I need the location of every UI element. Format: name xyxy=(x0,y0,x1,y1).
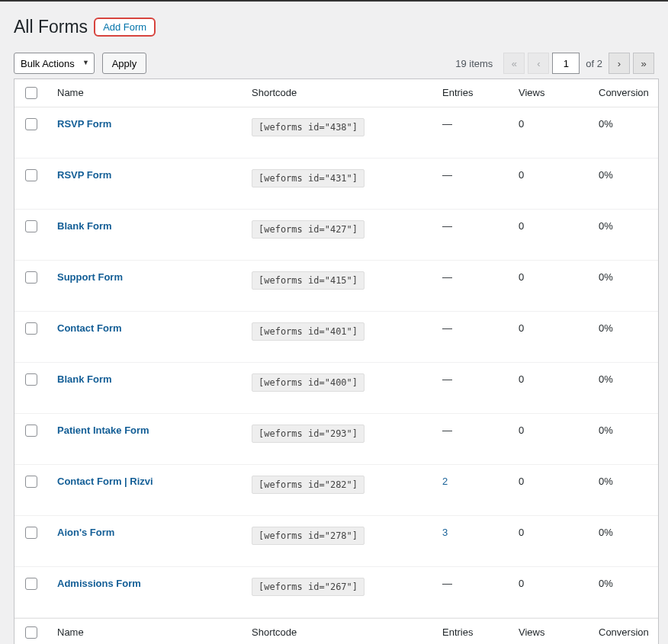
column-header-shortcode: Shortcode xyxy=(242,79,433,107)
forms-table: Name Shortcode Entries Views Conversion … xyxy=(14,78,659,644)
form-name-link[interactable]: Contact Form | Rizvi xyxy=(57,476,153,487)
shortcode-value[interactable]: [weforms id="431"] xyxy=(252,169,365,187)
form-name-link[interactable]: Aion's Form xyxy=(57,527,114,538)
bulk-actions-group: Bulk Actions Apply xyxy=(14,53,146,74)
select-all-checkbox-bottom[interactable] xyxy=(25,626,37,639)
form-name-link[interactable]: Patient Intake Form xyxy=(57,425,149,436)
row-checkbox[interactable] xyxy=(25,271,37,284)
row-checkbox[interactable] xyxy=(25,169,37,181)
form-name-link[interactable]: Contact Form xyxy=(57,322,122,334)
table-row: Aion's Form[weforms id="278"]300% xyxy=(14,516,658,567)
entries-value: — xyxy=(442,118,452,130)
column-footer-views: Views xyxy=(509,618,589,644)
views-value: 0 xyxy=(519,425,524,436)
page-title: All Forms xyxy=(14,17,88,37)
views-value: 0 xyxy=(519,220,524,232)
row-checkbox[interactable] xyxy=(25,220,37,232)
conversion-value: 0% xyxy=(599,322,613,334)
row-checkbox[interactable] xyxy=(25,118,37,130)
shortcode-value[interactable]: [weforms id="278"] xyxy=(252,527,365,545)
row-checkbox[interactable] xyxy=(25,425,37,437)
row-checkbox[interactable] xyxy=(25,527,37,539)
views-value: 0 xyxy=(519,527,524,538)
table-header-row: Name Shortcode Entries Views Conversion xyxy=(14,79,658,107)
table-row: Support Form[weforms id="415"]—00% xyxy=(14,261,658,312)
last-page-button[interactable]: » xyxy=(633,53,654,74)
column-footer-shortcode: Shortcode xyxy=(242,618,433,644)
entries-link[interactable]: 3 xyxy=(442,527,448,538)
shortcode-value[interactable]: [weforms id="401"] xyxy=(252,322,365,341)
row-checkbox[interactable] xyxy=(25,578,37,590)
row-checkbox[interactable] xyxy=(25,476,37,488)
prev-page-button[interactable]: ‹ xyxy=(528,53,549,74)
table-row: Contact Form[weforms id="401"]—00% xyxy=(14,312,658,363)
views-value: 0 xyxy=(519,169,524,181)
conversion-value: 0% xyxy=(599,476,613,487)
table-row: Blank Form[weforms id="400"]—00% xyxy=(14,363,658,414)
views-value: 0 xyxy=(519,373,524,385)
conversion-value: 0% xyxy=(599,220,613,232)
row-checkbox[interactable] xyxy=(25,322,37,335)
entries-link[interactable]: 2 xyxy=(442,476,448,487)
column-header-views: Views xyxy=(509,79,589,107)
form-name-link[interactable]: RSVP Form xyxy=(57,169,111,181)
table-row: RSVP Form[weforms id="431"]—00% xyxy=(14,159,658,210)
shortcode-value[interactable]: [weforms id="293"] xyxy=(252,425,365,443)
conversion-value: 0% xyxy=(599,578,613,589)
shortcode-value[interactable]: [weforms id="282"] xyxy=(252,476,365,494)
form-name-link[interactable]: Blank Form xyxy=(57,373,112,385)
add-form-button[interactable]: Add Form xyxy=(94,18,156,37)
entries-value: — xyxy=(442,322,452,334)
bulk-actions-select[interactable]: Bulk Actions xyxy=(14,53,95,74)
row-checkbox[interactable] xyxy=(25,373,37,386)
shortcode-value[interactable]: [weforms id="267"] xyxy=(252,578,365,596)
tablenav-top: Bulk Actions Apply 19 items « ‹ of 2 › » xyxy=(14,48,654,78)
bulk-apply-button[interactable]: Apply xyxy=(102,53,147,74)
select-all-checkbox[interactable] xyxy=(25,87,37,99)
table-row: Blank Form[weforms id="427"]—00% xyxy=(14,210,658,261)
views-value: 0 xyxy=(519,476,524,487)
shortcode-value[interactable]: [weforms id="400"] xyxy=(252,373,365,392)
next-page-button[interactable]: › xyxy=(609,53,630,74)
conversion-value: 0% xyxy=(599,118,613,130)
views-value: 0 xyxy=(519,322,524,334)
page-header: All Forms Add Form xyxy=(14,2,654,48)
entries-value: — xyxy=(442,169,452,181)
column-header-name[interactable]: Name xyxy=(48,79,242,107)
column-footer-entries: Entries xyxy=(433,618,509,644)
table-row: Patient Intake Form[weforms id="293"]—00… xyxy=(14,414,658,465)
column-footer-conversion: Conversion xyxy=(589,618,658,644)
views-value: 0 xyxy=(519,578,524,589)
shortcode-value[interactable]: [weforms id="438"] xyxy=(252,118,365,136)
entries-value: — xyxy=(442,271,452,283)
total-pages-label: of 2 xyxy=(583,58,605,69)
conversion-value: 0% xyxy=(599,425,613,436)
conversion-value: 0% xyxy=(599,373,613,385)
pagination-top: 19 items « ‹ of 2 › » xyxy=(455,53,654,74)
views-value: 0 xyxy=(519,118,524,130)
form-name-link[interactable]: Blank Form xyxy=(57,220,112,232)
column-footer-name[interactable]: Name xyxy=(48,618,242,644)
entries-value: — xyxy=(442,220,452,232)
table-footer-row: Name Shortcode Entries Views Conversion xyxy=(14,618,658,644)
shortcode-value[interactable]: [weforms id="427"] xyxy=(252,220,365,239)
column-header-conversion: Conversion xyxy=(589,79,658,107)
shortcode-value[interactable]: [weforms id="415"] xyxy=(252,271,365,290)
table-row: RSVP Form[weforms id="438"]—00% xyxy=(14,107,658,159)
form-name-link[interactable]: Admissions Form xyxy=(57,578,141,589)
items-count: 19 items xyxy=(455,58,493,69)
entries-value: — xyxy=(442,578,452,589)
table-row: Contact Form | Rizvi[weforms id="282"]20… xyxy=(14,465,658,516)
conversion-value: 0% xyxy=(599,169,613,181)
views-value: 0 xyxy=(519,271,524,283)
form-name-link[interactable]: RSVP Form xyxy=(57,118,111,130)
form-name-link[interactable]: Support Form xyxy=(57,271,123,283)
first-page-button[interactable]: « xyxy=(503,53,525,74)
current-page-input[interactable] xyxy=(552,53,580,74)
table-row: Admissions Form[weforms id="267"]—00% xyxy=(14,567,658,618)
entries-value: — xyxy=(442,425,452,436)
column-header-entries: Entries xyxy=(433,79,509,107)
conversion-value: 0% xyxy=(599,527,613,538)
entries-value: — xyxy=(442,373,452,385)
conversion-value: 0% xyxy=(599,271,613,283)
